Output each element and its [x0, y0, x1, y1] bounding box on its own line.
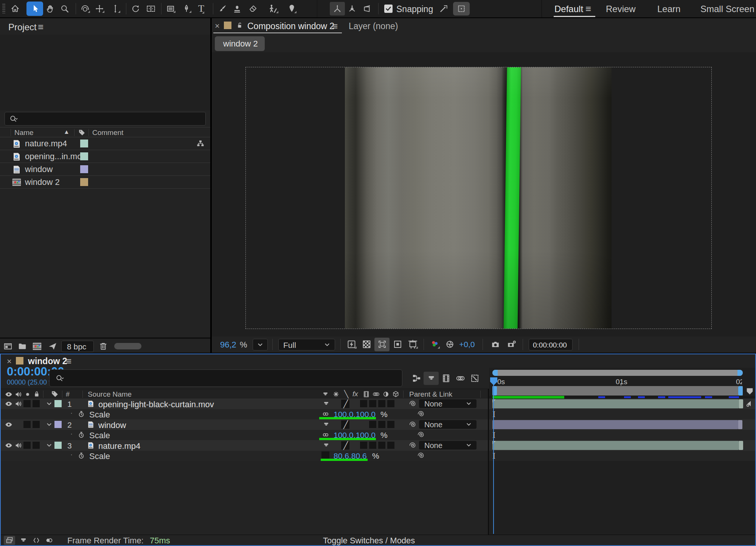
timeline-tab-menu-icon[interactable]: ≡: [66, 355, 71, 367]
exposure-value[interactable]: +0,0: [459, 340, 475, 349]
type-tool[interactable]: T: [198, 3, 204, 14]
stopwatch-icon[interactable]: [77, 410, 85, 418]
frame-blending-button[interactable]: [441, 373, 451, 383]
columns-tracks-divider[interactable]: [488, 389, 489, 545]
column-name[interactable]: Name: [14, 129, 34, 137]
workspace-menu-icon[interactable]: ≡: [585, 3, 591, 15]
label-column-icon[interactable]: [78, 129, 86, 136]
motion-blur-switch[interactable]: [378, 421, 385, 428]
project-settings-button[interactable]: [48, 341, 57, 351]
dolly-camera-tool[interactable]: [110, 4, 120, 14]
parent-link-column[interactable]: Parent & Link: [409, 390, 452, 399]
brush-tool[interactable]: [217, 4, 227, 14]
toolbar-drag-handle[interactable]: [2, 4, 5, 14]
motion-blur-button[interactable]: [455, 373, 466, 383]
property-pickwhip-icon[interactable]: [417, 410, 425, 418]
threed-switch[interactable]: [387, 400, 394, 407]
shy-footer-icon[interactable]: [19, 536, 28, 545]
layer-label-swatch[interactable]: [54, 442, 62, 449]
fx-switch[interactable]: [360, 400, 367, 407]
region-of-interest-button[interactable]: [377, 339, 387, 349]
parent-pickwhip-icon[interactable]: [408, 420, 417, 429]
layer-track-bar[interactable]: [492, 399, 739, 408]
home-button[interactable]: [10, 4, 20, 14]
column-comment[interactable]: Comment: [92, 129, 123, 137]
lock-switch[interactable]: [33, 442, 40, 449]
transparency-grid-button[interactable]: [362, 339, 372, 349]
layer-expand-toggle[interactable]: [45, 421, 53, 428]
comp-breadcrumb-chip[interactable]: window 2: [215, 36, 265, 51]
layer-name[interactable]: opening-light-black-curtain.mov: [98, 400, 214, 410]
take-snapshot-button[interactable]: [490, 339, 501, 350]
project-panel-menu-icon[interactable]: ≡: [38, 21, 43, 33]
exposure-reset-button[interactable]: [445, 339, 455, 349]
layer-tab-title[interactable]: Layer (none): [349, 21, 398, 31]
label-color-swatch[interactable]: [80, 165, 88, 173]
property-label[interactable]: Scale: [89, 451, 110, 461]
layer-audio-toggle[interactable]: [14, 400, 23, 408]
layer-audio-toggle[interactable]: [14, 441, 23, 450]
comp-timecode-box[interactable]: 0:00:00:00: [529, 339, 573, 351]
property-label[interactable]: Scale: [89, 431, 110, 441]
selection-tool[interactable]: [30, 3, 40, 14]
local-axis-mode[interactable]: [332, 4, 342, 14]
layer-row[interactable]: 3 nature.mp4 ╱ None: [1, 440, 755, 451]
comp-button-icon[interactable]: [744, 399, 754, 408]
toggle-switches-modes-button[interactable]: Toggle Switches / Modes: [323, 536, 415, 546]
motion-blur-switch[interactable]: [378, 442, 385, 449]
clone-stamp-tool[interactable]: [232, 4, 242, 14]
comp-tab-title[interactable]: Composition window 2: [247, 21, 334, 31]
label-color-swatch[interactable]: [80, 178, 88, 186]
show-snapshot-button[interactable]: [506, 339, 517, 350]
delete-button[interactable]: [98, 341, 108, 351]
timeline-navigator[interactable]: [492, 370, 743, 376]
comp-label-swatch[interactable]: [224, 22, 231, 29]
resolution-dropdown[interactable]: Full: [278, 339, 335, 351]
list-item[interactable]: nature.mp4: [0, 137, 210, 150]
shy-switch[interactable]: [322, 420, 330, 428]
graph-editor-button[interactable]: [470, 373, 480, 383]
parent-pickwhip-icon[interactable]: [408, 441, 417, 450]
solo-switch[interactable]: [23, 442, 31, 449]
shy-switch[interactable]: [322, 441, 330, 449]
source-name-column[interactable]: Source Name: [88, 390, 132, 399]
fx-switch[interactable]: [360, 442, 367, 449]
magnification-dropdown[interactable]: [253, 339, 268, 351]
list-item[interactable]: window: [0, 163, 210, 176]
layer-track-bar[interactable]: [492, 441, 739, 450]
list-item[interactable]: window 2: [0, 176, 210, 189]
world-axis-mode[interactable]: [347, 4, 357, 14]
comp-marker-bin-icon[interactable]: [745, 386, 754, 397]
parent-dropdown[interactable]: None: [419, 399, 477, 408]
property-row-scale[interactable]: · Scale 100,0,100,0 % I: [1, 409, 755, 419]
shy-switch[interactable]: [322, 400, 330, 408]
layer-visibility-toggle[interactable]: [5, 400, 13, 408]
interpret-footage-button[interactable]: [3, 341, 13, 351]
comp-tab-menu-icon[interactable]: ≡: [332, 20, 338, 32]
layer-label-swatch[interactable]: [54, 421, 62, 428]
lock-icon[interactable]: [235, 21, 244, 30]
threed-switch[interactable]: [387, 442, 394, 449]
parent-dropdown[interactable]: None: [419, 441, 477, 450]
bit-depth-button[interactable]: 8 bpc: [61, 341, 94, 352]
layer-name[interactable]: window: [98, 420, 126, 430]
in-out-columns-button[interactable]: [32, 536, 41, 545]
lock-switch[interactable]: [33, 421, 40, 428]
property-row-scale[interactable]: · Scale 80,6,80,6 % I: [1, 451, 755, 461]
work-area-bar[interactable]: [492, 386, 743, 396]
stopwatch-icon[interactable]: [77, 431, 85, 439]
layer-visibility-toggle[interactable]: [5, 441, 13, 450]
snap-to-feature-icon[interactable]: [439, 4, 449, 14]
roto-brush-tool[interactable]: [268, 3, 278, 14]
comp-viewer[interactable]: [212, 52, 756, 337]
property-row-scale[interactable]: · Scale 100,0,100,0 % I: [1, 430, 755, 440]
list-item[interactable]: opening...in.mov: [0, 150, 210, 163]
pan-camera-tool[interactable]: [95, 4, 104, 14]
layer-name[interactable]: nature.mp4: [98, 441, 140, 451]
layer-row[interactable]: 2 window ╱ None: [1, 419, 755, 430]
eraser-tool[interactable]: [248, 4, 258, 14]
comp-tab-close-icon[interactable]: ×: [215, 21, 220, 31]
property-label[interactable]: Scale: [89, 410, 110, 420]
transfer-controls-button[interactable]: [45, 536, 54, 545]
composition-mini-flowchart-button[interactable]: [411, 373, 422, 383]
